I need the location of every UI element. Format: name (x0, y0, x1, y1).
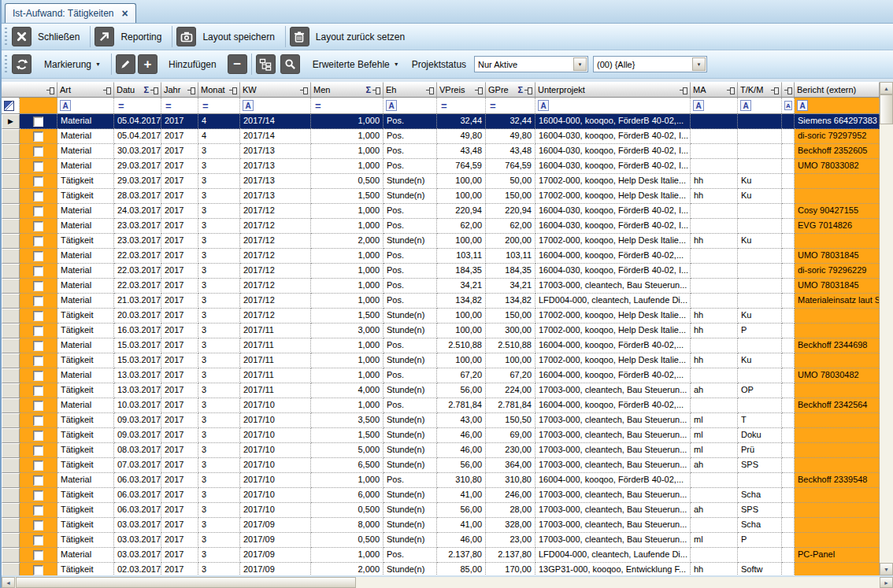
cell-kw[interactable]: 2017/14 (240, 129, 311, 144)
h-scrollbar[interactable]: ◄ ► (2, 577, 893, 588)
cell-eh[interactable]: Stunde(n) (384, 503, 437, 518)
cell-jahr[interactable]: 2017 (161, 219, 198, 234)
cell-bericht[interactable] (795, 174, 880, 189)
cell-tkm[interactable]: Doku (738, 428, 782, 443)
row-checkbox[interactable] (33, 416, 43, 426)
row-checkbox-cell[interactable] (20, 503, 57, 518)
cell-gpreis[interactable]: 364,00 (486, 458, 535, 473)
table-row[interactable]: ▶ Material 22.03.2017 2017 3 2017/12 1,0… (2, 279, 880, 294)
cell-ma[interactable] (691, 518, 738, 533)
col-header-tkm[interactable]: T/K/M (738, 82, 782, 97)
filter-eh[interactable]: A (384, 98, 437, 113)
row-checkbox-cell[interactable] (20, 204, 57, 219)
row-selector[interactable]: ▶ (2, 338, 20, 353)
cell-eh[interactable]: Pos. (384, 144, 437, 159)
cell-vpreis[interactable]: 100,00 (437, 353, 486, 368)
cell-vpreis[interactable]: 134,82 (437, 294, 486, 309)
cell-unterprojekt[interactable]: 17003-000, cleantech, Bau Steuerun... (535, 458, 691, 473)
row-selector[interactable]: ▶ (2, 279, 20, 294)
table-row[interactable]: ▶ Tätigkeit 09.03.2017 2017 3 2017/10 1,… (2, 428, 880, 443)
cell-menge[interactable]: 0,500 (311, 174, 384, 189)
cell-menge[interactable]: 3,000 (311, 324, 384, 338)
cell-unterprojekt[interactable]: 17002-000, kooqoo, Help Desk Italie... (535, 234, 691, 249)
cell-bericht[interactable] (795, 458, 880, 473)
cell-menge[interactable]: 5,000 (311, 443, 384, 458)
cell-eh[interactable]: Stunde(n) (384, 533, 437, 548)
v-scroll-thumb[interactable] (880, 94, 893, 124)
row-selector[interactable]: ▶ (2, 294, 20, 309)
col-header-ma[interactable]: MA (691, 82, 738, 97)
cell-vpreis[interactable]: 56,00 (437, 503, 486, 518)
cell-vpreis[interactable]: 67,20 (437, 368, 486, 383)
row-checkbox-cell[interactable] (20, 309, 57, 324)
table-row[interactable]: ▶ Material 24.03.2017 2017 3 2017/12 1,0… (2, 204, 880, 219)
table-row[interactable]: ▶ Tätigkeit 08.03.2017 2017 3 2017/10 5,… (2, 443, 880, 458)
cell-monat[interactable]: 3 (198, 264, 240, 279)
text-filter-icon[interactable]: A (784, 101, 792, 110)
cell-art[interactable]: Material (57, 398, 114, 413)
filter-row-indicator[interactable] (2, 98, 20, 113)
text-filter-icon[interactable]: A (538, 100, 549, 111)
pin-icon[interactable] (103, 87, 111, 94)
cell-datum[interactable]: 24.03.2017 (114, 204, 161, 219)
cell-monat[interactable]: 3 (198, 563, 240, 575)
cell-tkm[interactable]: OP (738, 383, 782, 398)
row-checkbox-cell[interactable] (20, 144, 57, 159)
cell-jahr[interactable]: 2017 (161, 533, 198, 548)
cell-datum[interactable]: 13.03.2017 (114, 383, 161, 398)
cell-extra[interactable] (782, 338, 795, 353)
cell-bericht[interactable] (795, 324, 880, 338)
row-checkbox[interactable] (33, 401, 43, 411)
cell-ma[interactable]: hh (691, 309, 738, 324)
cell-datum[interactable]: 30.03.2017 (114, 144, 161, 159)
col-header-extra[interactable] (782, 82, 795, 97)
cell-ma[interactable] (691, 338, 738, 353)
cell-tkm[interactable] (738, 114, 782, 129)
close-button[interactable] (12, 27, 31, 46)
cell-menge[interactable]: 1,000 (311, 264, 384, 279)
cell-kw[interactable]: 2017/11 (240, 383, 311, 398)
equals-filter-icon[interactable]: = (439, 100, 447, 112)
cell-ma[interactable] (691, 264, 738, 279)
cell-ma[interactable]: ah (691, 383, 738, 398)
cell-unterprojekt[interactable]: 16004-000, kooqoo, FörderB 40-02,... (535, 249, 691, 264)
cell-datum[interactable]: 22.03.2017 (114, 279, 161, 294)
row-checkbox-cell[interactable] (20, 428, 57, 443)
row-checkbox[interactable] (33, 236, 43, 246)
cell-datum[interactable]: 10.03.2017 (114, 398, 161, 413)
cell-monat[interactable]: 3 (198, 338, 240, 353)
cell-bericht[interactable] (795, 234, 880, 249)
cell-menge[interactable]: 2,000 (311, 234, 384, 249)
cell-menge[interactable]: 6,000 (311, 488, 384, 503)
cell-menge[interactable]: 1,000 (311, 368, 384, 383)
cell-jahr[interactable]: 2017 (161, 503, 198, 518)
cell-kw[interactable]: 2017/12 (240, 234, 311, 249)
cell-monat[interactable]: 3 (198, 294, 240, 309)
cell-vpreis[interactable]: 56,00 (437, 383, 486, 398)
cell-unterprojekt[interactable]: 17002-000, kooqoo, Help Desk Italie... (535, 174, 691, 189)
cell-extra[interactable] (782, 413, 795, 428)
cell-datum[interactable]: 22.03.2017 (114, 264, 161, 279)
cell-bericht[interactable] (795, 189, 880, 204)
v-scroll-track[interactable] (880, 94, 893, 563)
col-header-monat[interactable]: Monat (198, 82, 240, 97)
cell-unterprojekt[interactable]: 16004-000, kooqoo, FörderB 40-02,... (535, 338, 691, 353)
cell-menge[interactable]: 1,000 (311, 129, 384, 144)
row-checkbox[interactable] (33, 326, 43, 336)
cell-tkm[interactable] (738, 204, 782, 219)
cell-datum[interactable]: 23.03.2017 (114, 234, 161, 249)
pin-icon[interactable] (229, 87, 237, 94)
cell-unterprojekt[interactable]: 16004-000, kooqoo, FörderB 40-02,... (535, 473, 691, 488)
cell-extra[interactable] (782, 548, 795, 563)
cell-extra[interactable] (782, 144, 795, 159)
table-row[interactable]: ▶ Tätigkeit 20.03.2017 2017 3 2017/12 1,… (2, 309, 880, 324)
table-row[interactable]: ▶ Material 06.03.2017 2017 3 2017/10 1,0… (2, 473, 880, 488)
cell-vpreis[interactable]: 184,35 (437, 264, 486, 279)
cell-unterprojekt[interactable]: 17002-000, kooqoo, Help Desk Italie... (535, 353, 691, 368)
cell-art[interactable]: Tätigkeit (57, 503, 114, 518)
toolbar-grip[interactable] (5, 55, 7, 74)
cell-extra[interactable] (782, 488, 795, 503)
col-header-datum[interactable]: DatuΣ (114, 82, 161, 97)
cell-jahr[interactable]: 2017 (161, 174, 198, 189)
equals-filter-icon[interactable]: = (488, 100, 496, 112)
